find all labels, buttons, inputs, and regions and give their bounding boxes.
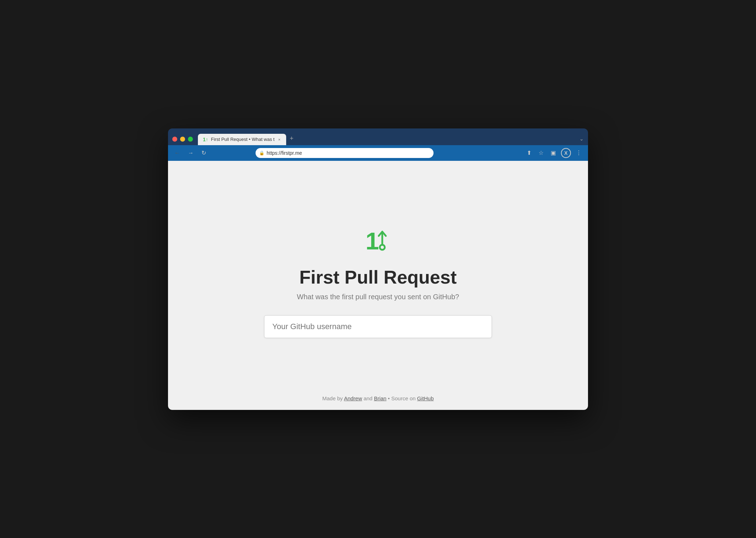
window-controls [172,137,193,145]
logo-svg: 1 [364,225,392,254]
url-bar[interactable]: 🔒 https://firstpr.me [256,148,434,158]
page-content: 1 First Pull Request What was the first … [168,161,588,410]
footer-andrew-link[interactable]: Andrew [344,395,362,401]
close-button[interactable] [172,137,177,142]
footer-and: and [362,395,374,401]
maximize-button[interactable] [188,137,193,142]
active-tab[interactable]: 1↑ First Pull Request • What was t × [198,134,286,145]
browser-window: 1↑ First Pull Request • What was t × + ⌄… [168,128,588,410]
reload-button[interactable]: ↻ [199,148,208,158]
username-input[interactable] [264,315,492,338]
footer-prefix: Made by [322,395,344,401]
address-actions: ⬆ ☆ ▣ X ⋮ [525,148,584,158]
forward-button[interactable]: → [186,148,196,158]
tab-favicon: 1↑ [203,137,208,142]
footer: Made by Andrew and Brian • Source on Git… [322,395,434,401]
tab-title: First Pull Request • What was t [211,137,275,142]
x-button[interactable]: X [561,148,571,158]
svg-point-2 [380,245,385,250]
menu-button[interactable]: ⋮ [574,148,584,158]
lock-icon: 🔒 [259,151,264,155]
title-bar: 1↑ First Pull Request • What was t × + ⌄… [168,128,588,161]
svg-text:1: 1 [366,227,379,254]
page-title: First Pull Request [299,267,457,288]
footer-bullet: • Source on [387,395,417,401]
new-tab-button[interactable]: + [287,132,296,145]
footer-github-link[interactable]: GitHub [417,395,434,401]
back-button[interactable]: ← [172,148,182,158]
tab-overflow-icon: ⌄ [579,136,584,145]
share-button[interactable]: ⬆ [525,148,534,158]
page-subtitle: What was the first pull request you sent… [297,293,459,301]
minimize-button[interactable] [180,137,185,142]
tab-bar: 1↑ First Pull Request • What was t × + ⌄ [168,128,588,145]
tab-close-button[interactable]: × [277,137,281,142]
bookmark-button[interactable]: ☆ [536,148,546,158]
sidebar-button[interactable]: ▣ [548,148,558,158]
url-text: https://firstpr.me [267,150,302,156]
site-logo: 1 [364,225,392,255]
footer-brian-link[interactable]: Brian [374,395,387,401]
address-bar: ← → ↻ 🔒 https://firstpr.me ⬆ ☆ ▣ X ⋮ [168,145,588,161]
